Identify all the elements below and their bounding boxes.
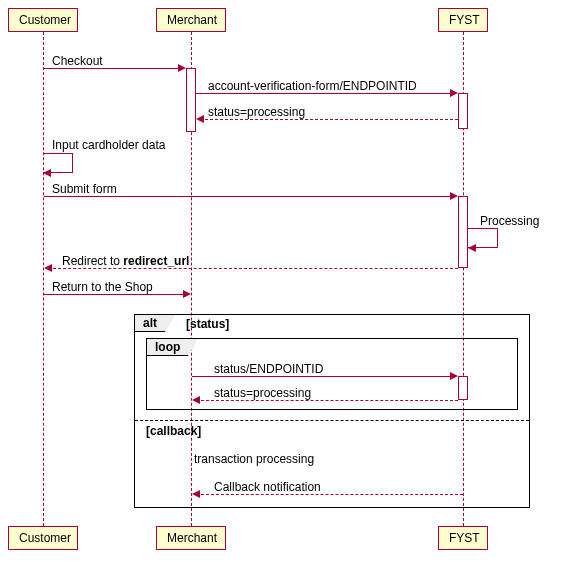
msg-redirect: Redirect to redirect_url — [62, 254, 189, 268]
arrowhead-input-card — [43, 169, 51, 177]
activation-fyst-2 — [458, 196, 468, 268]
msg-input-card: Input cardholder data — [52, 138, 165, 152]
msg-acct-verif: account-verification-form/ENDPOINTID — [208, 79, 417, 93]
msg-status-proc: status=processing — [208, 105, 305, 119]
arrow-status-proc — [200, 119, 458, 120]
arrow-status-proc2 — [196, 400, 458, 401]
actor-fyst-top: FYST — [438, 8, 488, 32]
msg-processing: Processing — [480, 214, 539, 228]
actor-fyst-bottom: FYST — [438, 526, 488, 550]
arrowhead-status-ep — [450, 372, 458, 380]
arrowhead-checkout — [178, 64, 186, 72]
frag-divider — [135, 420, 529, 421]
arrowhead-acct-verif — [450, 89, 458, 97]
arrow-submit — [44, 196, 456, 197]
arrowhead-callback — [192, 490, 200, 498]
frag-alt-cond: [status] — [186, 317, 229, 331]
arrowhead-return — [183, 290, 191, 298]
msg-return: Return to the Shop — [52, 280, 153, 294]
arrow-redirect — [48, 268, 458, 269]
arrowhead-redirect — [44, 264, 52, 272]
lifeline-customer — [43, 32, 44, 526]
arrowhead-status-proc2 — [192, 396, 200, 404]
redirect-text: Redirect to — [62, 254, 123, 268]
actor-customer-bottom: Customer — [8, 526, 78, 550]
activation-merchant-1 — [186, 68, 196, 132]
msg-txn-proc: transaction processing — [194, 452, 314, 466]
arrowhead-submit — [450, 192, 458, 200]
msg-submit: Submit form — [52, 182, 117, 196]
actor-merchant-top: Merchant — [156, 8, 226, 32]
sequence-diagram: Customer Merchant FYST Checkout account-… — [0, 0, 566, 562]
activation-fyst-1 — [458, 93, 468, 129]
arrow-status-ep — [192, 376, 456, 377]
msg-status-proc2: status=processing — [214, 386, 311, 400]
redirect-bold: redirect_url — [123, 254, 189, 268]
actor-customer-top: Customer — [8, 8, 78, 32]
actor-merchant-bottom: Merchant — [156, 526, 226, 550]
arrow-callback — [196, 494, 463, 495]
arrow-return — [44, 294, 189, 295]
arrow-checkout — [44, 68, 184, 69]
msg-status-ep: status/ENDPOINTID — [214, 362, 323, 376]
msg-callback: Callback notification — [214, 480, 321, 494]
arrowhead-processing — [468, 244, 476, 252]
arrow-acct-verif — [196, 93, 456, 94]
frag-callback-cond: [callback] — [146, 424, 201, 438]
msg-checkout: Checkout — [52, 54, 103, 68]
frag-loop-label: loop — [147, 339, 189, 356]
arrowhead-status-proc — [196, 115, 204, 123]
frag-alt-label: alt — [135, 315, 166, 332]
